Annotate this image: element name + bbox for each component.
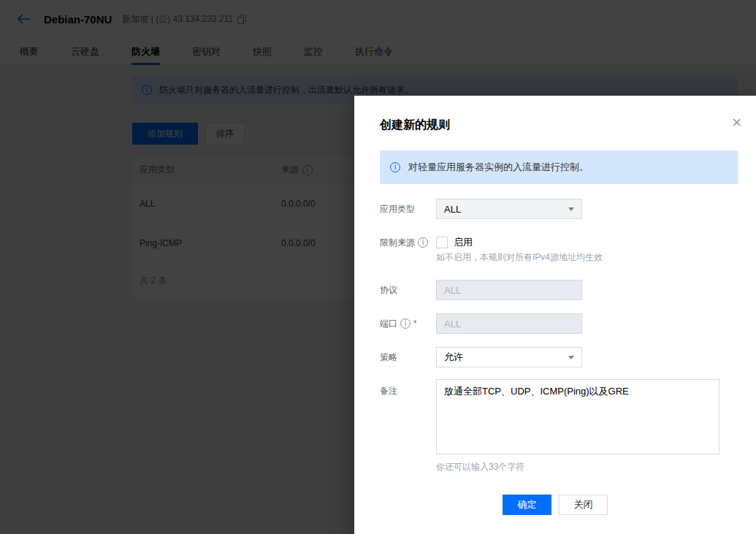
modal-notice-text: 对轻量应用服务器实例的入流量进行控制。: [408, 161, 589, 174]
policy-value: 允许: [444, 351, 463, 364]
policy-label: 策略: [380, 351, 436, 364]
protocol-input: ALL: [436, 280, 582, 300]
app-type-row: 应用类型 ALL: [380, 199, 582, 219]
app-type-label: 应用类型: [380, 203, 436, 215]
chevron-down-icon: [568, 207, 574, 211]
protocol-row: 协议 ALL: [380, 280, 582, 300]
modal-title: 创建新的规则: [380, 118, 450, 133]
remark-hint: 你还可以输入33个字符: [436, 461, 524, 473]
modal-notice-banner: 对轻量应用服务器实例的入流量进行控制。: [380, 150, 738, 184]
port-row: 端口 * ALL: [380, 313, 582, 334]
policy-row: 策略 允许: [380, 347, 582, 367]
enable-source-checkbox[interactable]: [436, 237, 448, 248]
info-icon: [390, 162, 400, 172]
port-input: ALL: [436, 313, 582, 334]
confirm-button[interactable]: 确定: [503, 495, 551, 515]
limit-source-hint: 如不启用，本规则对所有IPv4源地址均生效: [436, 251, 603, 264]
protocol-label: 协议: [380, 284, 436, 297]
port-label: 端口 *: [380, 318, 436, 330]
app-type-value: ALL: [444, 204, 461, 215]
app-type-select[interactable]: ALL: [436, 199, 582, 219]
port-label-text: 端口: [380, 318, 397, 330]
limit-source-label-text: 限制来源: [380, 237, 415, 249]
remark-textarea[interactable]: 放通全部TCP、UDP、ICMP(Ping)以及GRE: [436, 379, 719, 454]
remark-label: 备注: [380, 385, 436, 397]
policy-select[interactable]: 允许: [436, 347, 582, 367]
close-icon[interactable]: [732, 115, 741, 131]
remark-row: 备注 放通全部TCP、UDP、ICMP(Ping)以及GRE: [380, 379, 719, 454]
chevron-down-icon: [568, 356, 574, 359]
info-icon: [400, 319, 411, 329]
enable-source-checkbox-label: 启用: [454, 236, 473, 249]
info-icon: [418, 237, 428, 248]
limit-source-label: 限制来源: [380, 237, 436, 249]
required-asterisk: *: [413, 319, 417, 329]
cancel-button[interactable]: 关闭: [559, 495, 608, 515]
create-rule-modal: 创建新的规则 对轻量应用服务器实例的入流量进行控制。 应用类型 ALL 限制来源…: [354, 96, 756, 534]
limit-source-row: 限制来源 启用: [380, 237, 473, 248]
